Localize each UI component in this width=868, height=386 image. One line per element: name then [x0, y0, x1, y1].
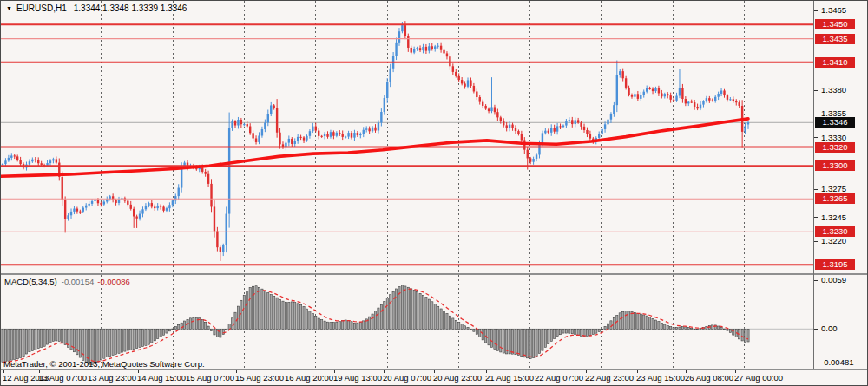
price-level-badge: 1.3195 [815, 259, 855, 270]
ohlc-values: 1.3344 1.3348 1.3339 1.3346 [74, 3, 187, 13]
macd-tick-label: -0.00481 [821, 357, 854, 367]
price-tick-label: 1.3330 [821, 133, 846, 142]
price-tick-label: 1.3245 [821, 213, 846, 222]
price-tickmark [814, 189, 818, 190]
price-level-badge: 1.3410 [815, 57, 855, 68]
price-tick-label: 1.3465 [821, 5, 846, 15]
time-tick-label: 26 Aug 08:00 [685, 373, 733, 383]
price-pane[interactable]: ▼EURUSD,H11.3344 1.3348 1.3339 1.3346 [1, 1, 813, 273]
macd-tick-label: 0.0059 [821, 275, 846, 285]
price-axis[interactable]: 1.34651.33801.33551.33301.32751.32451.32… [814, 1, 868, 369]
price-tickmark [814, 137, 818, 138]
candlestick-series [2, 21, 749, 261]
symbol-dropdown-icon[interactable]: ▼ [6, 5, 12, 11]
macd-tickmark [814, 280, 818, 281]
time-tick-label: 22 Aug 07:00 [535, 373, 583, 383]
price-tickmark [814, 241, 818, 242]
time-tick-label: 15 Aug 23:00 [235, 373, 284, 383]
pane-separator[interactable] [1, 273, 867, 275]
time-tick-label: 19 Aug 13:00 [333, 373, 382, 383]
time-tick-label: 16 Aug 20:00 [285, 373, 333, 383]
price-level-badge: 1.3450 [815, 19, 855, 29]
price-tick-label: 1.3220 [821, 236, 846, 245]
price-tickmark [814, 10, 818, 11]
price-tick-label: 1.3380 [821, 85, 846, 95]
macd-tick-label: 0.00 [821, 324, 838, 333]
macd-value: -0.00154 [62, 277, 95, 286]
macd-signal-value: -0.00086 [97, 277, 130, 286]
price-level-badge: 1.3265 [815, 193, 855, 204]
price-level-badge: 1.3230 [815, 226, 855, 237]
horizontal-level-lines[interactable] [1, 24, 813, 265]
chart-window: ▼EURUSD,H11.3344 1.3348 1.3339 1.3346 MA… [0, 0, 868, 386]
time-tick-label: 13 Aug 07:00 [38, 373, 87, 383]
price-tickmark [814, 217, 818, 218]
time-tick-label: 21 Aug 15:00 [485, 373, 534, 383]
price-level-badge: 1.3320 [815, 142, 855, 153]
macd-tickmark [814, 363, 818, 363]
time-tick-label: 22 Aug 23:00 [585, 373, 634, 383]
chart-header: ▼EURUSD,H11.3344 1.3348 1.3339 1.3346 [6, 3, 187, 13]
time-axis[interactable]: 12 Aug 201313 Aug 07:0013 Aug 23:0014 Au… [1, 370, 813, 386]
time-tick-label: 13 Aug 23:00 [88, 373, 136, 383]
current-price-badge: 1.3346 [815, 117, 855, 128]
price-tickmark [814, 114, 818, 114]
macd-chart-canvas [1, 275, 813, 369]
vertical-gridlines [30, 1, 745, 273]
price-level-badge: 1.3300 [815, 160, 855, 171]
price-level-badge: 1.3435 [815, 34, 855, 44]
macd-tickmark [814, 329, 818, 330]
macd-indicator-label: MACD(5,34,5)-0.00154-0.00086 [4, 277, 130, 286]
time-tick-label: 20 Aug 07:00 [383, 373, 431, 383]
watermark: MetaTrader, © 2001-2013, MetaQuotes Soft… [3, 359, 205, 369]
symbol-label: EURUSD,H1 [16, 3, 67, 13]
time-tick-label: 23 Aug 15:00 [636, 373, 685, 383]
macd-pane[interactable]: MACD(5,34,5)-0.00154-0.00086 MetaTrader,… [1, 275, 813, 369]
price-tickmark [814, 90, 818, 91]
time-tick-label: 15 Aug 07:00 [186, 373, 234, 383]
time-tick-label: 14 Aug 15:00 [137, 373, 186, 383]
price-chart-canvas [1, 1, 813, 273]
price-tick-label: 1.3275 [821, 184, 846, 193]
macd-name: MACD(5,34,5) [4, 277, 57, 286]
time-tick-label: 20 Aug 23:00 [433, 373, 482, 383]
time-tick-label: 27 Aug 00:00 [734, 373, 783, 383]
macd-histogram [2, 285, 749, 365]
